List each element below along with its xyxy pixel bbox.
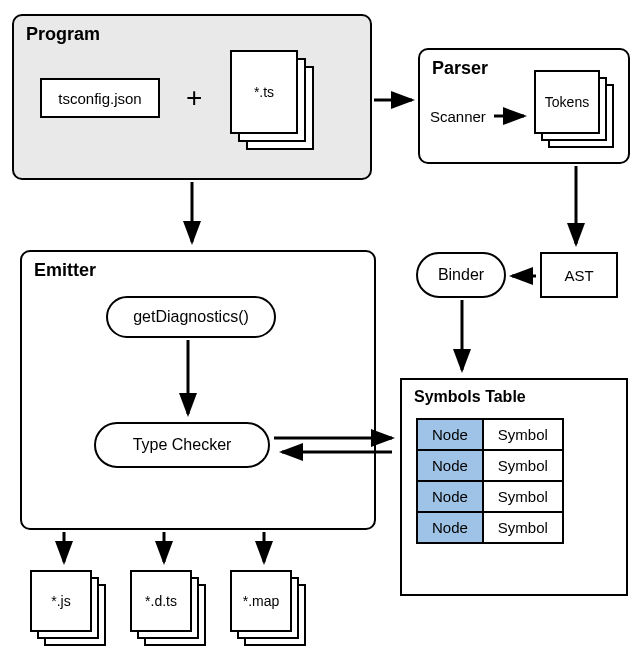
node-cell: Node — [417, 419, 483, 450]
ast-box: AST — [540, 252, 618, 298]
js-label: *.js — [51, 593, 70, 609]
typechecker-pill: Type Checker — [94, 422, 270, 468]
node-cell: Node — [417, 512, 483, 543]
node-cell: Node — [417, 481, 483, 512]
emitter-box: Emitter — [20, 250, 376, 530]
ast-label: AST — [564, 267, 593, 284]
scanner-label: Scanner — [430, 108, 486, 125]
ts-files-label: *.ts — [254, 84, 274, 100]
parser-title: Parser — [432, 58, 488, 79]
symbol-cell: Symbol — [483, 419, 563, 450]
map-label: *.map — [243, 593, 280, 609]
tokens-label: Tokens — [545, 94, 589, 110]
plus-symbol: + — [186, 82, 202, 114]
table-row: NodeSymbol — [417, 512, 563, 543]
node-cell: Node — [417, 450, 483, 481]
symbols-title: Symbols Table — [414, 388, 526, 406]
tsconfig-label: tsconfig.json — [58, 90, 141, 107]
typescript-compiler-diagram: Program tsconfig.json + *.ts Parser Scan… — [0, 0, 643, 657]
symbol-cell: Symbol — [483, 481, 563, 512]
emitter-title: Emitter — [34, 260, 96, 281]
symbol-cell: Symbol — [483, 512, 563, 543]
program-title: Program — [26, 24, 100, 45]
binder-pill: Binder — [416, 252, 506, 298]
tsconfig-box: tsconfig.json — [40, 78, 160, 118]
table-row: NodeSymbol — [417, 419, 563, 450]
binder-label: Binder — [438, 266, 484, 284]
dts-label: *.d.ts — [145, 593, 177, 609]
symbol-cell: Symbol — [483, 450, 563, 481]
diagnostics-pill: getDiagnostics() — [106, 296, 276, 338]
symbols-table: NodeSymbol NodeSymbol NodeSymbol NodeSym… — [416, 418, 564, 544]
typechecker-label: Type Checker — [133, 436, 232, 454]
table-row: NodeSymbol — [417, 450, 563, 481]
diagnostics-label: getDiagnostics() — [133, 308, 249, 326]
table-row: NodeSymbol — [417, 481, 563, 512]
